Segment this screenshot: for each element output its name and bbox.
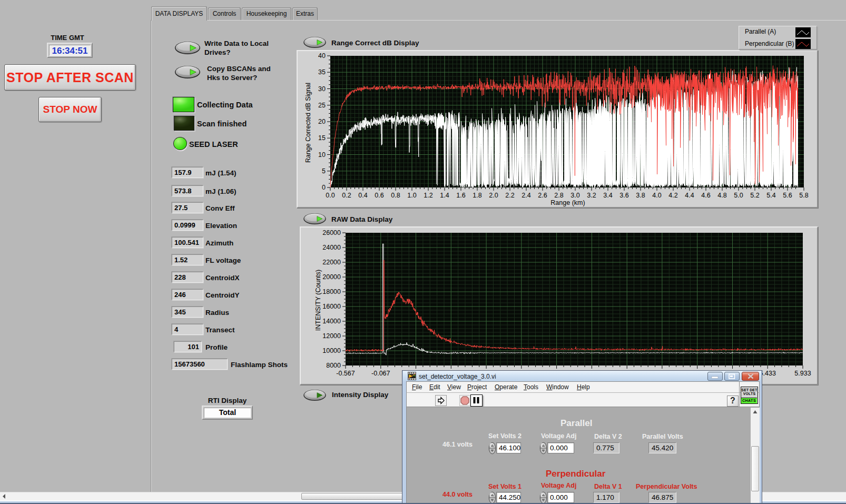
svg-text:1.8: 1.8: [473, 192, 481, 199]
svg-text:Range Corrected dB Signal: Range Corrected dB Signal: [304, 83, 312, 163]
svg-text:10: 10: [318, 151, 326, 159]
svg-text:5.0: 5.0: [734, 192, 743, 199]
svg-text:20: 20: [318, 118, 326, 125]
svg-text:1.4: 1.4: [440, 192, 449, 199]
svg-text:8000: 8000: [326, 362, 341, 369]
svg-text:3.6: 3.6: [619, 192, 628, 199]
svg-text:0.4: 0.4: [358, 192, 367, 199]
svg-text:5.4: 5.4: [766, 192, 775, 199]
svg-text:INTENSITY (Counts): INTENSITY (Counts): [314, 270, 322, 331]
svg-text:10000: 10000: [322, 347, 341, 354]
svg-text:2.0: 2.0: [489, 192, 498, 199]
svg-text:26000: 26000: [322, 229, 341, 236]
svg-text:Range (km): Range (km): [550, 199, 585, 206]
svg-text:-0.567: -0.567: [336, 370, 355, 377]
svg-text:2.4: 2.4: [522, 192, 530, 199]
svg-text:1.0: 1.0: [407, 192, 416, 199]
svg-text:-0.067: -0.067: [371, 370, 390, 377]
svg-text:20000: 20000: [322, 273, 341, 281]
svg-text:12000: 12000: [322, 332, 341, 340]
svg-text:4.4: 4.4: [685, 192, 694, 199]
svg-text:15: 15: [318, 134, 326, 142]
svg-text:4.6: 4.6: [701, 192, 710, 199]
svg-text:2.2: 2.2: [505, 192, 514, 199]
svg-text:22000: 22000: [322, 259, 341, 266]
svg-text:35: 35: [318, 68, 326, 76]
svg-text:5.6: 5.6: [783, 192, 792, 199]
svg-text:5.933: 5.933: [794, 370, 811, 377]
svg-text:2.8: 2.8: [554, 192, 563, 199]
svg-text:1.6: 1.6: [456, 192, 465, 199]
svg-text:3.4: 3.4: [603, 192, 612, 199]
svg-text:0.8: 0.8: [391, 192, 400, 199]
svg-text:4.2: 4.2: [668, 192, 677, 199]
svg-text:0.2: 0.2: [342, 192, 351, 199]
svg-text:14000: 14000: [322, 318, 341, 325]
svg-text:0: 0: [322, 184, 326, 191]
svg-text:5.2: 5.2: [750, 192, 759, 199]
svg-text:2.6: 2.6: [538, 192, 547, 199]
svg-text:24000: 24000: [322, 244, 341, 251]
svg-text:0.6: 0.6: [375, 192, 383, 199]
svg-text:4.0: 4.0: [652, 192, 661, 199]
svg-text:1.2: 1.2: [424, 192, 432, 199]
svg-text:4.8: 4.8: [717, 192, 726, 199]
svg-text:3.0: 3.0: [570, 192, 579, 199]
svg-text:30: 30: [318, 85, 326, 93]
svg-text:5: 5: [322, 167, 326, 175]
svg-text:18000: 18000: [322, 288, 341, 295]
svg-text:5.8: 5.8: [799, 192, 808, 199]
svg-text:25: 25: [318, 102, 326, 109]
svg-text:3.8: 3.8: [636, 192, 645, 199]
svg-text:16000: 16000: [322, 303, 341, 310]
svg-text:3.2: 3.2: [587, 192, 596, 199]
svg-text:40: 40: [318, 52, 326, 60]
svg-text:0.0: 0.0: [326, 192, 335, 199]
